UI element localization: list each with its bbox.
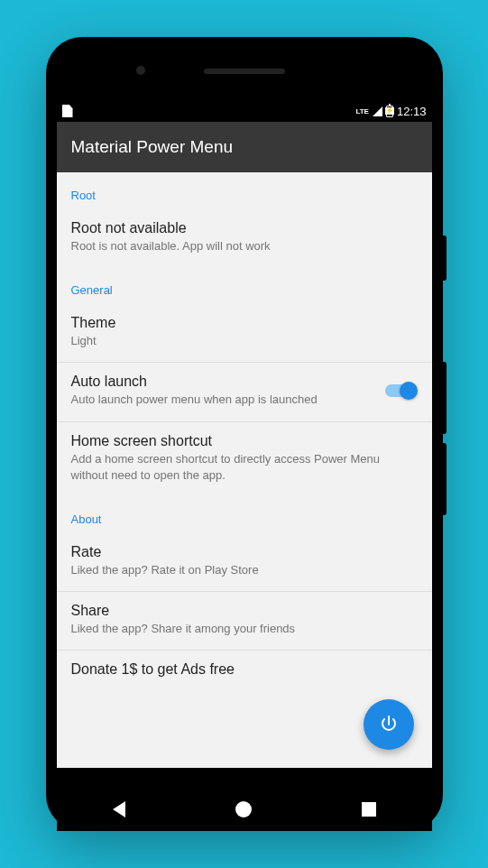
- screen: LTE ⚡ 12:13 Material Power Menu Root Roo…: [57, 100, 432, 768]
- phone-volume-up: [443, 362, 447, 434]
- autolaunch-subtitle: Auto launch power menu when app is launc…: [71, 392, 373, 408]
- donate-title: Donate 1$ to get Ads free: [71, 661, 418, 678]
- shortcut-title: Home screen shortcut: [71, 433, 418, 449]
- nav-home-button[interactable]: [222, 788, 265, 831]
- phone-frame: LTE ⚡ 12:13 Material Power Menu Root Roo…: [46, 37, 443, 831]
- root-status-subtitle: Root is not available. App will not work: [71, 238, 418, 254]
- rate-subtitle: Liked the app? Rate it on Play Store: [71, 562, 418, 578]
- share-subtitle: Liked the app? Share it among your frien…: [71, 621, 418, 637]
- share-item[interactable]: Share Liked the app? Share it among your…: [57, 592, 432, 650]
- autolaunch-title: Auto launch: [71, 374, 373, 390]
- battery-icon: ⚡: [386, 106, 393, 117]
- phone-volume-down: [443, 443, 447, 515]
- clock: 12:13: [397, 105, 427, 118]
- app-title: Material Power Menu: [71, 137, 234, 157]
- shortcut-subtitle: Add a home screen shortcut to directly a…: [71, 451, 418, 484]
- nav-back-button[interactable]: [97, 788, 141, 831]
- section-header-about: About: [57, 496, 432, 533]
- nav-bar: [57, 788, 432, 831]
- settings-content[interactable]: Root Root not available Root is not avai…: [57, 172, 432, 768]
- phone-camera: [136, 66, 145, 75]
- donate-item[interactable]: Donate 1$ to get Ads free: [57, 651, 432, 678]
- phone-speaker: [204, 69, 285, 74]
- section-header-general: General: [57, 267, 432, 304]
- theme-value: Light: [71, 333, 418, 349]
- autolaunch-item[interactable]: Auto launch Auto launch power menu when …: [57, 363, 432, 420]
- power-icon: [378, 714, 400, 735]
- root-status-title: Root not available: [71, 220, 418, 236]
- power-fab[interactable]: [364, 699, 414, 750]
- share-title: Share: [71, 603, 418, 619]
- sd-card-icon: [62, 105, 73, 117]
- autolaunch-switch[interactable]: [383, 382, 418, 400]
- theme-item[interactable]: Theme Light: [57, 304, 432, 362]
- signal-icon: [373, 106, 382, 116]
- rate-title: Rate: [71, 544, 418, 560]
- rate-item[interactable]: Rate Liked the app? Rate it on Play Stor…: [57, 533, 432, 591]
- status-bar: LTE ⚡ 12:13: [57, 100, 432, 122]
- network-indicator: LTE: [355, 107, 369, 115]
- app-bar: Material Power Menu: [57, 122, 432, 172]
- root-status-item[interactable]: Root not available Root is not available…: [57, 209, 432, 267]
- theme-title: Theme: [71, 315, 418, 331]
- nav-recent-button[interactable]: [347, 788, 391, 831]
- shortcut-item[interactable]: Home screen shortcut Add a home screen s…: [57, 422, 432, 496]
- phone-side-button: [443, 235, 447, 281]
- section-header-root: Root: [57, 172, 432, 209]
